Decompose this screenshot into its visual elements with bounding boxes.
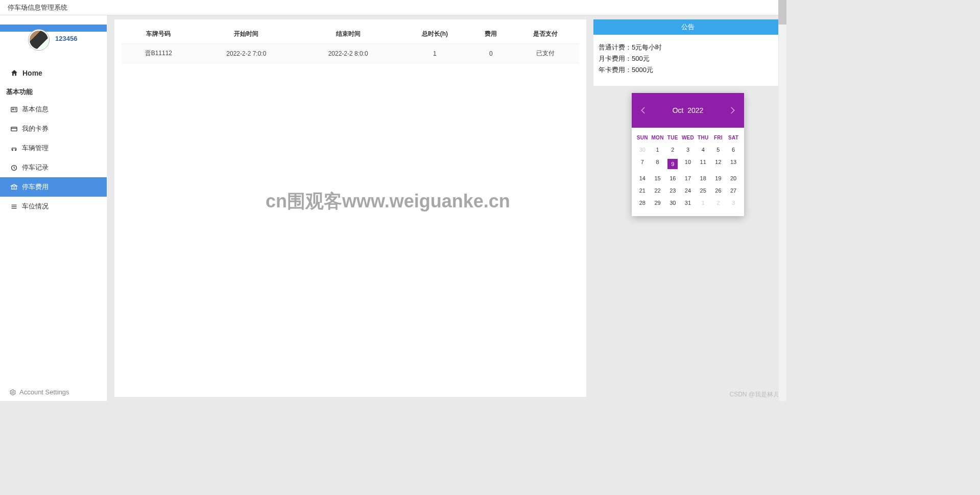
calendar-dow: MON [650, 132, 665, 144]
calendar-day[interactable]: 5 [711, 144, 726, 156]
calendar-dow: THU [696, 132, 711, 144]
table-cell: 2022-2-2 7:0:0 [196, 44, 297, 63]
username[interactable]: 123456 [55, 35, 77, 42]
calendar: Oct 2022 SUNMONTUEWEDTHUFRISAT 301234567… [632, 93, 744, 216]
sidebar-item-label: 停车费用 [22, 182, 49, 192]
calendar-day[interactable]: 29 [650, 197, 665, 209]
calendar-day[interactable]: 13 [726, 156, 741, 172]
clock-icon [10, 164, 18, 172]
svg-point-3 [12, 108, 14, 110]
calendar-day[interactable]: 1 [650, 144, 665, 156]
calendar-year: 2022 [687, 106, 703, 114]
calendar-day[interactable]: 24 [680, 184, 696, 197]
calendar-day[interactable]: 6 [726, 144, 741, 156]
announcement-title: 公告 [593, 19, 782, 35]
calendar-day-outside: 1 [696, 197, 711, 209]
scrollbar-track[interactable] [778, 0, 786, 401]
calendar-day[interactable]: 25 [696, 184, 711, 197]
avatar[interactable] [29, 30, 49, 50]
announcement-line: 月卡费用：500元 [599, 53, 777, 64]
banner-shape-icon [0, 15, 107, 64]
calendar-day[interactable]: 23 [665, 184, 680, 197]
nav-home-label: Home [22, 69, 42, 77]
calendar-day-outside: 3 [726, 197, 741, 209]
calendar-month: Oct [673, 106, 684, 114]
home-icon [10, 69, 18, 77]
calendar-day[interactable]: 19 [711, 172, 726, 184]
sidebar-item-label: 停车记录 [22, 163, 49, 172]
calendar-day[interactable]: 3 [680, 144, 696, 156]
calendar-day[interactable]: 17 [680, 172, 696, 184]
sidebar-item-0[interactable]: 基本信息 [0, 100, 107, 119]
table-header: 费用 [471, 25, 512, 44]
chevron-right-icon[interactable] [728, 106, 737, 115]
csdn-credit: CSDN @我是林儿 [729, 390, 779, 399]
sidebar-item-1[interactable]: 我的卡券 [0, 119, 107, 138]
svg-marker-1 [0, 32, 107, 64]
calendar-day[interactable]: 30 [665, 197, 680, 209]
calendar-day-outside: 2 [711, 197, 726, 209]
table-cell: 2022-2-2 8:0:0 [297, 44, 399, 63]
bank-icon [10, 183, 18, 191]
calendar-day[interactable]: 16 [665, 172, 680, 184]
account-settings-label: Account Settings [19, 388, 69, 396]
calendar-dow: SAT [726, 132, 741, 144]
fees-table: 车牌号码开始时间结束时间总时长(h)费用是否支付 晋B111122022-2-2… [122, 25, 579, 63]
table-row: 晋B111122022-2-2 7:0:02022-2-2 8:0:010已支付 [122, 44, 579, 63]
top-bar: 停车场信息管理系统 [0, 0, 786, 15]
nav-home[interactable]: Home [0, 64, 107, 82]
account-settings[interactable]: Account Settings [0, 383, 107, 401]
calendar-day[interactable]: 31 [680, 197, 696, 209]
app-title: 停车场信息管理系统 [8, 3, 67, 12]
sidebar-item-label: 车位情况 [22, 202, 49, 211]
table-cell: 1 [399, 44, 470, 63]
calendar-dow: FRI [711, 132, 726, 144]
table-header: 总时长(h) [399, 25, 470, 44]
table-header: 车牌号码 [122, 25, 196, 44]
calendar-day[interactable]: 9 [665, 156, 680, 172]
announcement-line: 普通计费：5元每小时 [599, 42, 777, 53]
calendar-dow: SUN [635, 132, 650, 144]
calendar-day[interactable]: 15 [650, 172, 665, 184]
calendar-day[interactable]: 21 [635, 184, 650, 197]
gear-icon [9, 389, 16, 396]
calendar-day[interactable]: 10 [680, 156, 696, 172]
calendar-day[interactable]: 11 [696, 156, 711, 172]
car-icon [10, 145, 18, 152]
calendar-day[interactable]: 7 [635, 156, 650, 172]
calendar-header: Oct 2022 [632, 93, 744, 128]
calendar-day[interactable]: 8 [650, 156, 665, 172]
calendar-day[interactable]: 22 [650, 184, 665, 197]
calendar-day[interactable]: 2 [665, 144, 680, 156]
svg-point-9 [15, 149, 16, 150]
sidebar-item-4[interactable]: 停车费用 [0, 177, 107, 197]
sidebar-item-label: 车辆管理 [22, 144, 49, 153]
calendar-day[interactable]: 26 [711, 184, 726, 197]
calendar-day[interactable]: 14 [635, 172, 650, 184]
calendar-day[interactable]: 20 [726, 172, 741, 184]
table-header: 是否支付 [511, 25, 579, 44]
chevron-left-icon[interactable] [639, 106, 648, 115]
svg-rect-6 [11, 127, 17, 131]
calendar-day[interactable]: 4 [696, 144, 711, 156]
sidebar-item-label: 我的卡券 [22, 124, 49, 133]
sidebar-item-2[interactable]: 车辆管理 [0, 138, 107, 158]
calendar-day[interactable]: 27 [726, 184, 741, 197]
id-card-icon [10, 106, 18, 113]
scrollbar-thumb[interactable] [778, 0, 786, 25]
table-header: 结束时间 [297, 25, 399, 44]
calendar-day[interactable]: 12 [711, 156, 726, 172]
sidebar-item-5[interactable]: 车位情况 [0, 197, 107, 216]
svg-point-8 [12, 149, 13, 150]
table-cell: 晋B11112 [122, 44, 196, 63]
announcement-body: 普通计费：5元每小时月卡费用：500元年卡费用：5000元 [593, 35, 782, 86]
calendar-day-outside: 30 [635, 144, 650, 156]
sidebar-item-3[interactable]: 停车记录 [0, 158, 107, 177]
calendar-day[interactable]: 18 [696, 172, 711, 184]
nav-section-basic: 基本功能 [0, 82, 107, 100]
calendar-dow: TUE [665, 132, 680, 144]
svg-marker-11 [11, 184, 17, 185]
calendar-day[interactable]: 28 [635, 197, 650, 209]
list-icon [10, 203, 18, 210]
table-header: 开始时间 [196, 25, 297, 44]
